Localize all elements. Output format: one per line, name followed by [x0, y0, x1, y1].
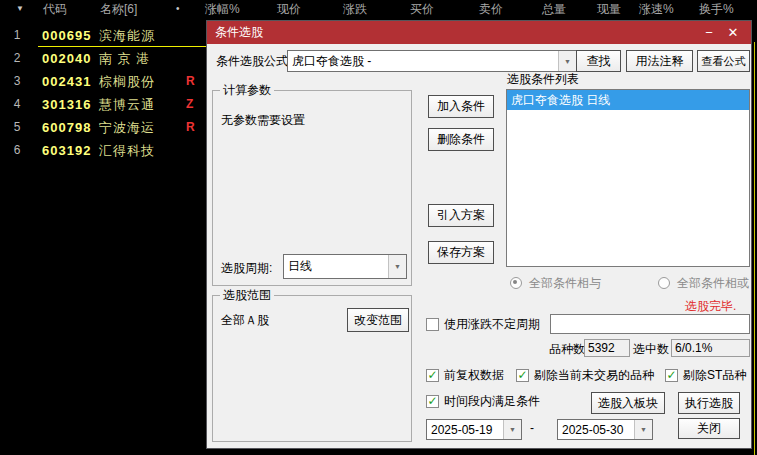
close-button[interactable]: 关闭 — [678, 418, 740, 439]
period-label: 选股周期: — [221, 261, 272, 276]
column-header[interactable]: 买价 — [410, 0, 434, 18]
column-header[interactable]: 换手% — [699, 0, 734, 18]
range-group-title: 选股范围 — [220, 288, 274, 302]
stock-num: 2 — [6, 47, 28, 70]
table-row[interactable]: 3002431棕榈股份R — [0, 70, 206, 93]
column-header[interactable]: 涨幅% — [205, 0, 240, 18]
variable-period-checkbox[interactable] — [426, 318, 439, 331]
radio-all-or-label: 全部条件相或 — [677, 276, 749, 291]
date-from-combobox[interactable]: 2025-05-19 ▼ — [426, 419, 522, 440]
condition-list-label: 选股条件列表 — [507, 72, 579, 87]
stock-tag: R — [186, 70, 195, 93]
formula-value: 虎口夺食选股 - — [288, 51, 558, 71]
close-icon[interactable]: ✕ — [721, 25, 745, 40]
radio-all-and[interactable] — [510, 277, 522, 289]
stock-num: 4 — [6, 93, 28, 116]
stock-code: 301316 — [42, 93, 91, 116]
select-to-block-button[interactable]: 选股入板块 — [591, 392, 665, 414]
range-value: 全部Ａ股 — [221, 313, 269, 328]
selected-row-underline — [38, 46, 206, 47]
date-from-value: 2025-05-19 — [427, 420, 503, 439]
table-row[interactable]: 1000695滨海能源 — [0, 24, 206, 47]
stock-code: 000695 — [42, 24, 91, 47]
column-header[interactable]: 名称[6] — [100, 0, 137, 18]
stock-picker-dialog: 条件选股 − ✕ 条件选股公式 虎口夺食选股 - ▼ 查找 用法注释 查看公式 … — [206, 20, 752, 449]
delete-condition-button[interactable]: 删除条件 — [428, 128, 494, 151]
table-row[interactable]: 2002040南 京 港 — [0, 47, 206, 70]
column-header[interactable]: 涨跌 — [343, 0, 367, 18]
column-header[interactable]: 卖价 — [479, 0, 503, 18]
stock-tag: R — [186, 116, 195, 139]
stock-num: 1 — [6, 24, 28, 47]
column-header[interactable]: 涨速% — [639, 0, 674, 18]
table-row[interactable]: 5600798宁波海运R — [0, 116, 206, 139]
stock-num: 6 — [6, 139, 28, 162]
column-header[interactable]: 总量 — [542, 0, 566, 18]
minimize-icon[interactable]: − — [697, 25, 721, 40]
exclude-untraded-checkbox[interactable]: ✓ — [516, 369, 529, 382]
view-formula-button[interactable]: 查看公式 — [697, 50, 750, 72]
date-to-dropdown-button[interactable]: ▼ — [634, 420, 652, 439]
stock-code: 002431 — [42, 70, 91, 93]
time-range-label: 时间段内满足条件 — [444, 394, 540, 409]
range-groupbox: 选股范围 全部Ａ股 改变范围 — [212, 295, 412, 442]
condition-listbox[interactable]: 虎口夺食选股 日线 — [506, 89, 750, 267]
stock-name: 棕榈股份 — [99, 70, 155, 93]
add-condition-button[interactable]: 加入条件 — [428, 95, 494, 118]
forward-adjusted-checkbox[interactable]: ✓ — [426, 369, 439, 382]
chevron-down-icon: ▼ — [564, 58, 571, 65]
exclude-st-checkbox[interactable]: ✓ — [665, 369, 678, 382]
table-row[interactable]: 6603192汇得科技 — [0, 139, 206, 162]
find-button[interactable]: 查找 — [576, 50, 621, 72]
grid-line — [754, 42, 755, 455]
chevron-down-icon: ▼ — [640, 426, 647, 433]
dialog-title: 条件选股 — [215, 24, 697, 41]
variable-period-label: 使用涨跌不定周期 — [444, 317, 540, 332]
table-row[interactable]: 4301316慧博云通Z — [0, 93, 206, 116]
stock-name: 南 京 港 — [99, 47, 150, 70]
execute-select-button[interactable]: 执行选股 — [678, 392, 740, 414]
column-header[interactable]: 现量 — [597, 0, 621, 18]
selected-count-field: 6/0.1% — [671, 339, 750, 357]
formula-dropdown-button[interactable]: ▼ — [558, 51, 576, 71]
status-text: 选股完毕. — [685, 298, 736, 315]
date-to-combobox[interactable]: 2025-05-30 ▼ — [557, 419, 653, 440]
forward-adjusted-label: 前复权数据 — [444, 368, 504, 383]
stock-name: 汇得科技 — [99, 139, 155, 162]
radio-all-or[interactable] — [658, 277, 670, 289]
stock-code: 603192 — [42, 139, 91, 162]
stock-code: 600798 — [42, 116, 91, 139]
time-range-checkbox[interactable]: ✓ — [426, 395, 439, 408]
stock-num: 5 — [6, 116, 28, 139]
dialog-titlebar[interactable]: 条件选股 − ✕ — [207, 21, 751, 44]
exclude-st-label: 剔除ST品种 — [683, 368, 746, 383]
params-group-title: 计算参数 — [220, 83, 274, 97]
sort-arrow-icon[interactable]: ▼ — [16, 0, 24, 18]
stock-name: 滨海能源 — [99, 24, 155, 47]
header-dot-icon: • — [176, 0, 180, 18]
screen: ▼ • 代码名称[6]涨幅%现价涨跌买价卖价总量现量涨速%换手% 1000695… — [0, 0, 757, 455]
formula-combobox[interactable]: 虎口夺食选股 - ▼ — [287, 50, 577, 72]
no-params-text: 无参数需要设置 — [221, 113, 305, 128]
usage-note-button[interactable]: 用法注释 — [626, 50, 693, 72]
date-to-value: 2025-05-30 — [558, 420, 634, 439]
stock-code: 002040 — [42, 47, 91, 70]
exclude-untraded-label: 剔除当前未交易的品种 — [534, 368, 654, 383]
stock-name: 宁波海运 — [99, 116, 155, 139]
date-from-dropdown-button[interactable]: ▼ — [503, 420, 521, 439]
period-dropdown-button[interactable]: ▼ — [388, 255, 406, 278]
params-groupbox: 计算参数 无参数需要设置 选股周期: 日线 ▼ — [212, 90, 412, 286]
total-count-field: 5392 — [584, 339, 630, 357]
variable-period-input[interactable] — [550, 314, 750, 334]
period-value: 日线 — [284, 255, 388, 278]
stock-name: 慧博云通 — [99, 93, 155, 116]
import-plan-button[interactable]: 引入方案 — [428, 204, 494, 227]
column-header[interactable]: 代码 — [43, 0, 67, 18]
condition-list-item[interactable]: 虎口夺食选股 日线 — [507, 90, 749, 110]
date-separator: - — [530, 421, 534, 436]
period-combobox[interactable]: 日线 ▼ — [283, 254, 407, 279]
column-header[interactable]: 现价 — [277, 0, 301, 18]
formula-label: 条件选股公式 — [216, 54, 288, 69]
change-range-button[interactable]: 改变范围 — [347, 308, 409, 332]
save-plan-button[interactable]: 保存方案 — [428, 241, 494, 264]
